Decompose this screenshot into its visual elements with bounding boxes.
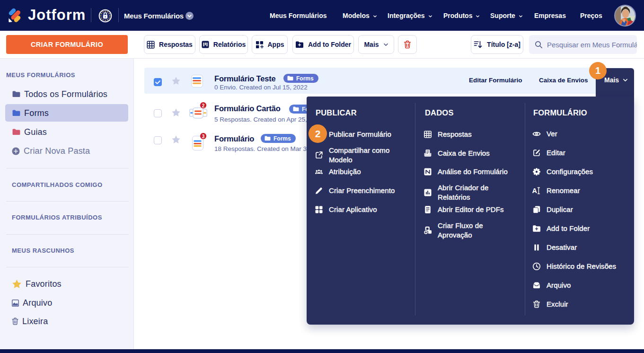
svg-text:A: A <box>532 187 538 194</box>
